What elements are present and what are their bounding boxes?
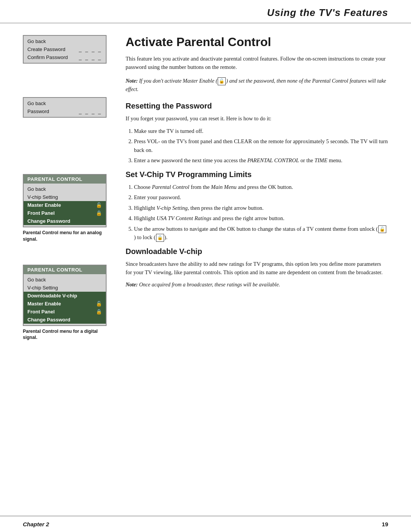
analog-front-panel-label: Front Panel (27, 210, 55, 216)
vchip-step-5: Use the arrow buttons to navigate and th… (134, 225, 388, 242)
vchip-step-1: Choose Parental Control from the Main Me… (134, 183, 388, 191)
digital-change-password-row: Change Password (24, 316, 106, 324)
analog-change-password-label: Change Password (27, 218, 70, 224)
parental-control-digital-box: PARENTAL CONTROL Go back V-chip Setting … (23, 265, 107, 326)
parental-control-analog-container: PARENTAL CONTROL Go back V-chip Setting … (23, 174, 114, 243)
analog-box-caption: Parental Control menu for an analogsigna… (23, 230, 114, 243)
downloadable-note: Note: Once acquired from a broadcaster, … (126, 281, 388, 289)
digital-master-enable-row: Master Enable 🔓 (24, 300, 106, 308)
password-label: Password (27, 109, 49, 114)
downloadable-intro: Since broadcasters have the ability to a… (126, 260, 388, 277)
parental-control-analog-body: Go back V-chip Setting Master Enable 🔓 F… (24, 184, 106, 227)
header-title: Using the TV's Features (267, 7, 388, 18)
digital-master-enable-label: Master Enable (27, 301, 61, 307)
reset-intro: If you forget your password, you can res… (126, 114, 388, 123)
confirm-password-label: Confirm Password (27, 54, 68, 60)
main-intro: This feature lets you activate and deact… (126, 54, 388, 72)
content-area: Go back Create Password _ _ _ _ Confirm … (0, 24, 411, 374)
go-back-row-1: Go back (24, 37, 106, 45)
right-column: Activate Parental Control This feature l… (126, 35, 388, 351)
footer-page-number: 19 (382, 521, 388, 527)
digital-vchip-row: V-chip Setting (24, 284, 106, 292)
analog-vchip-row: V-chip Setting (24, 193, 106, 201)
go-back-row-2: Go back (24, 99, 106, 107)
reset-step-2: Press VOL- on the TV's front panel and t… (134, 137, 388, 154)
main-section-title: Activate Parental Control (126, 35, 388, 49)
analog-master-enable-row: Master Enable 🔓 (24, 201, 106, 209)
left-column: Go back Create Password _ _ _ _ Confirm … (23, 35, 114, 351)
unlock-icon-note: 🔓 (218, 77, 226, 85)
digital-change-password-label: Change Password (27, 317, 70, 323)
digital-go-back-row: Go back (24, 276, 106, 284)
vchip-section-title: Set V-Chip TV Programming Limits (126, 170, 388, 179)
analog-master-enable-icon: 🔓 (96, 202, 102, 208)
parental-control-analog-header: PARENTAL CONTROL (24, 175, 106, 184)
password-row: Password _ _ _ _ (24, 107, 106, 115)
digital-box-caption: Parental Control menu for a digitalsigna… (23, 328, 114, 341)
create-password-dots: _ _ _ _ (79, 46, 102, 52)
spacer-4 (23, 253, 114, 265)
lock-icon-step: 🔒 (156, 234, 164, 242)
downloadable-section-title: Downloadable V-chip (126, 247, 388, 256)
activate-password-box-container: Go back Create Password _ _ _ _ Confirm … (23, 35, 114, 64)
parental-control-analog-box: PARENTAL CONTROL Go back V-chip Setting … (23, 174, 107, 227)
analog-vchip-label: V-chip Setting (27, 194, 58, 200)
create-password-label: Create Password (27, 46, 65, 52)
analog-change-password-row: Change Password (24, 217, 106, 225)
vchip-steps-list: Choose Parental Control from the Main Me… (126, 183, 388, 242)
activate-password-box-body: Go back Create Password _ _ _ _ Confirm … (24, 36, 106, 63)
create-password-row: Create Password _ _ _ _ (24, 45, 106, 53)
analog-front-panel-row: Front Panel 🔒 (24, 209, 106, 217)
parental-control-digital-container: PARENTAL CONTROL Go back V-chip Setting … (23, 265, 114, 341)
digital-downloadable-label: Downloadable V-chip (27, 293, 77, 299)
digital-front-panel-row: Front Panel 🔒 (24, 308, 106, 316)
analog-front-panel-icon: 🔒 (96, 210, 102, 216)
go-back-label-2: Go back (27, 101, 46, 106)
spacer-2 (23, 128, 114, 151)
reset-password-box-body: Go back Password _ _ _ _ (24, 98, 106, 117)
digital-master-enable-icon: 🔓 (96, 301, 102, 307)
parental-control-digital-header: PARENTAL CONTROL (24, 265, 106, 274)
reset-section-title: Resetting the Password (126, 102, 388, 110)
confirm-password-dots: _ _ _ _ (79, 54, 102, 60)
page-header: Using the TV's Features (0, 0, 411, 24)
reset-password-box: Go back Password _ _ _ _ (23, 97, 107, 118)
parental-control-digital-body: Go back V-chip Setting Downloadable V-ch… (24, 274, 106, 325)
spacer-3 (23, 151, 114, 174)
reset-step-1: Make sure the TV is turned off. (134, 127, 388, 135)
vchip-step-2: Enter your password. (134, 193, 388, 201)
go-back-label-1: Go back (27, 38, 46, 44)
analog-go-back-label: Go back (27, 186, 46, 192)
main-note: Note: If you don't activate Master Enabl… (126, 77, 388, 93)
digital-front-panel-label: Front Panel (27, 309, 55, 315)
digital-front-panel-icon: 🔒 (96, 309, 102, 315)
analog-master-enable-label: Master Enable (27, 202, 61, 208)
page-footer: Chapter 2 19 (0, 516, 411, 532)
activate-password-box: Go back Create Password _ _ _ _ Confirm … (23, 35, 107, 64)
unlock-icon-step: 🔓 (378, 225, 386, 233)
digital-vchip-label: V-chip Setting (27, 285, 58, 291)
footer-chapter: Chapter 2 (23, 521, 49, 527)
digital-go-back-label: Go back (27, 277, 46, 283)
reset-steps-list: Make sure the TV is turned off. Press VO… (126, 127, 388, 165)
analog-go-back-row: Go back (24, 185, 106, 193)
spacer-1 (23, 74, 114, 97)
digital-downloadable-row: Downloadable V-chip (24, 292, 106, 300)
confirm-password-row: Confirm Password _ _ _ _ (24, 53, 106, 61)
reset-step-3: Enter a new password the next time you a… (134, 156, 388, 165)
password-dots: _ _ _ _ (79, 109, 102, 114)
vchip-step-4: Highlight USA TV Content Ratings and pre… (134, 214, 388, 222)
reset-password-box-container: Go back Password _ _ _ _ (23, 97, 114, 118)
vchip-step-3: Highlight V-chip Setting, then press the… (134, 204, 388, 212)
